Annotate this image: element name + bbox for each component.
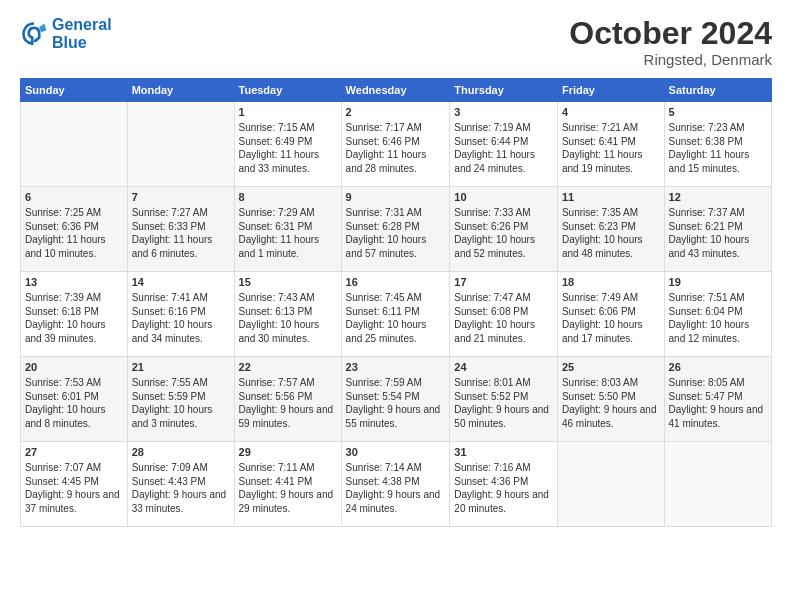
sunrise: Sunrise: 7:15 AM bbox=[239, 122, 315, 133]
sunset: Sunset: 4:38 PM bbox=[346, 476, 420, 487]
sunrise: Sunrise: 7:51 AM bbox=[669, 292, 745, 303]
sunrise: Sunrise: 7:27 AM bbox=[132, 207, 208, 218]
sunset: Sunset: 4:43 PM bbox=[132, 476, 206, 487]
calendar-cell: 15Sunrise: 7:43 AMSunset: 6:13 PMDayligh… bbox=[234, 272, 341, 357]
week-row-1: 6Sunrise: 7:25 AMSunset: 6:36 PMDaylight… bbox=[21, 187, 772, 272]
calendar-cell: 14Sunrise: 7:41 AMSunset: 6:16 PMDayligh… bbox=[127, 272, 234, 357]
calendar-cell: 8Sunrise: 7:29 AMSunset: 6:31 PMDaylight… bbox=[234, 187, 341, 272]
day-number: 18 bbox=[562, 275, 660, 290]
daylight: Daylight: 9 hours and 24 minutes. bbox=[346, 489, 441, 514]
sunset: Sunset: 6:23 PM bbox=[562, 221, 636, 232]
calendar-cell: 6Sunrise: 7:25 AMSunset: 6:36 PMDaylight… bbox=[21, 187, 128, 272]
daylight: Daylight: 10 hours and 48 minutes. bbox=[562, 234, 643, 259]
sunset: Sunset: 6:36 PM bbox=[25, 221, 99, 232]
day-number: 31 bbox=[454, 445, 553, 460]
sunset: Sunset: 6:04 PM bbox=[669, 306, 743, 317]
sunset: Sunset: 4:36 PM bbox=[454, 476, 528, 487]
daylight: Daylight: 9 hours and 50 minutes. bbox=[454, 404, 549, 429]
sunset: Sunset: 6:13 PM bbox=[239, 306, 313, 317]
day-number: 4 bbox=[562, 105, 660, 120]
sunset: Sunset: 6:38 PM bbox=[669, 136, 743, 147]
calendar-cell bbox=[557, 442, 664, 527]
daylight: Daylight: 9 hours and 33 minutes. bbox=[132, 489, 227, 514]
day-number: 9 bbox=[346, 190, 446, 205]
calendar-cell: 27Sunrise: 7:07 AMSunset: 4:45 PMDayligh… bbox=[21, 442, 128, 527]
daylight: Daylight: 9 hours and 20 minutes. bbox=[454, 489, 549, 514]
sunrise: Sunrise: 7:45 AM bbox=[346, 292, 422, 303]
calendar-cell: 11Sunrise: 7:35 AMSunset: 6:23 PMDayligh… bbox=[557, 187, 664, 272]
sunset: Sunset: 5:56 PM bbox=[239, 391, 313, 402]
calendar-cell: 25Sunrise: 8:03 AMSunset: 5:50 PMDayligh… bbox=[557, 357, 664, 442]
day-number: 3 bbox=[454, 105, 553, 120]
sunrise: Sunrise: 7:49 AM bbox=[562, 292, 638, 303]
sunset: Sunset: 6:16 PM bbox=[132, 306, 206, 317]
daylight: Daylight: 9 hours and 59 minutes. bbox=[239, 404, 334, 429]
sunset: Sunset: 6:26 PM bbox=[454, 221, 528, 232]
logo-icon bbox=[20, 20, 48, 48]
day-number: 29 bbox=[239, 445, 337, 460]
daylight: Daylight: 10 hours and 12 minutes. bbox=[669, 319, 750, 344]
sunset: Sunset: 4:41 PM bbox=[239, 476, 313, 487]
day-number: 28 bbox=[132, 445, 230, 460]
logo-text: General Blue bbox=[52, 16, 112, 51]
daylight: Daylight: 10 hours and 52 minutes. bbox=[454, 234, 535, 259]
daylight: Daylight: 9 hours and 37 minutes. bbox=[25, 489, 120, 514]
calendar-cell: 19Sunrise: 7:51 AMSunset: 6:04 PMDayligh… bbox=[664, 272, 771, 357]
calendar-cell: 12Sunrise: 7:37 AMSunset: 6:21 PMDayligh… bbox=[664, 187, 771, 272]
sunset: Sunset: 6:31 PM bbox=[239, 221, 313, 232]
daylight: Daylight: 10 hours and 21 minutes. bbox=[454, 319, 535, 344]
sunset: Sunset: 6:33 PM bbox=[132, 221, 206, 232]
sunrise: Sunrise: 7:33 AM bbox=[454, 207, 530, 218]
calendar-body: 1Sunrise: 7:15 AMSunset: 6:49 PMDaylight… bbox=[21, 102, 772, 527]
sunrise: Sunrise: 7:57 AM bbox=[239, 377, 315, 388]
sunset: Sunset: 6:06 PM bbox=[562, 306, 636, 317]
day-number: 22 bbox=[239, 360, 337, 375]
calendar-cell: 13Sunrise: 7:39 AMSunset: 6:18 PMDayligh… bbox=[21, 272, 128, 357]
calendar-cell: 2Sunrise: 7:17 AMSunset: 6:46 PMDaylight… bbox=[341, 102, 450, 187]
calendar-cell bbox=[21, 102, 128, 187]
calendar-cell: 29Sunrise: 7:11 AMSunset: 4:41 PMDayligh… bbox=[234, 442, 341, 527]
day-number: 20 bbox=[25, 360, 123, 375]
daylight: Daylight: 11 hours and 1 minute. bbox=[239, 234, 320, 259]
day-number: 27 bbox=[25, 445, 123, 460]
sunrise: Sunrise: 7:25 AM bbox=[25, 207, 101, 218]
day-number: 17 bbox=[454, 275, 553, 290]
sunset: Sunset: 6:41 PM bbox=[562, 136, 636, 147]
calendar-cell: 24Sunrise: 8:01 AMSunset: 5:52 PMDayligh… bbox=[450, 357, 558, 442]
daylight: Daylight: 11 hours and 28 minutes. bbox=[346, 149, 427, 174]
calendar-cell: 16Sunrise: 7:45 AMSunset: 6:11 PMDayligh… bbox=[341, 272, 450, 357]
col-tue: Tuesday bbox=[234, 79, 341, 102]
calendar-cell: 3Sunrise: 7:19 AMSunset: 6:44 PMDaylight… bbox=[450, 102, 558, 187]
daylight: Daylight: 11 hours and 33 minutes. bbox=[239, 149, 320, 174]
day-number: 24 bbox=[454, 360, 553, 375]
day-number: 1 bbox=[239, 105, 337, 120]
calendar-cell: 20Sunrise: 7:53 AMSunset: 6:01 PMDayligh… bbox=[21, 357, 128, 442]
day-number: 2 bbox=[346, 105, 446, 120]
daylight: Daylight: 9 hours and 29 minutes. bbox=[239, 489, 334, 514]
page: General Blue October 2024 Ringsted, Denm… bbox=[0, 0, 792, 612]
day-number: 5 bbox=[669, 105, 767, 120]
daylight: Daylight: 11 hours and 19 minutes. bbox=[562, 149, 643, 174]
header-row: Sunday Monday Tuesday Wednesday Thursday… bbox=[21, 79, 772, 102]
daylight: Daylight: 10 hours and 34 minutes. bbox=[132, 319, 213, 344]
week-row-2: 13Sunrise: 7:39 AMSunset: 6:18 PMDayligh… bbox=[21, 272, 772, 357]
sunrise: Sunrise: 7:31 AM bbox=[346, 207, 422, 218]
calendar-cell: 23Sunrise: 7:59 AMSunset: 5:54 PMDayligh… bbox=[341, 357, 450, 442]
month-title: October 2024 bbox=[569, 16, 772, 51]
calendar-cell: 22Sunrise: 7:57 AMSunset: 5:56 PMDayligh… bbox=[234, 357, 341, 442]
calendar-cell bbox=[127, 102, 234, 187]
day-number: 16 bbox=[346, 275, 446, 290]
sunrise: Sunrise: 7:29 AM bbox=[239, 207, 315, 218]
calendar-cell: 18Sunrise: 7:49 AMSunset: 6:06 PMDayligh… bbox=[557, 272, 664, 357]
daylight: Daylight: 10 hours and 17 minutes. bbox=[562, 319, 643, 344]
daylight: Daylight: 10 hours and 30 minutes. bbox=[239, 319, 320, 344]
sunset: Sunset: 5:59 PM bbox=[132, 391, 206, 402]
sunrise: Sunrise: 7:14 AM bbox=[346, 462, 422, 473]
week-row-0: 1Sunrise: 7:15 AMSunset: 6:49 PMDaylight… bbox=[21, 102, 772, 187]
sunset: Sunset: 6:28 PM bbox=[346, 221, 420, 232]
day-number: 21 bbox=[132, 360, 230, 375]
calendar-cell: 4Sunrise: 7:21 AMSunset: 6:41 PMDaylight… bbox=[557, 102, 664, 187]
sunrise: Sunrise: 7:23 AM bbox=[669, 122, 745, 133]
sunset: Sunset: 5:50 PM bbox=[562, 391, 636, 402]
sunset: Sunset: 6:18 PM bbox=[25, 306, 99, 317]
